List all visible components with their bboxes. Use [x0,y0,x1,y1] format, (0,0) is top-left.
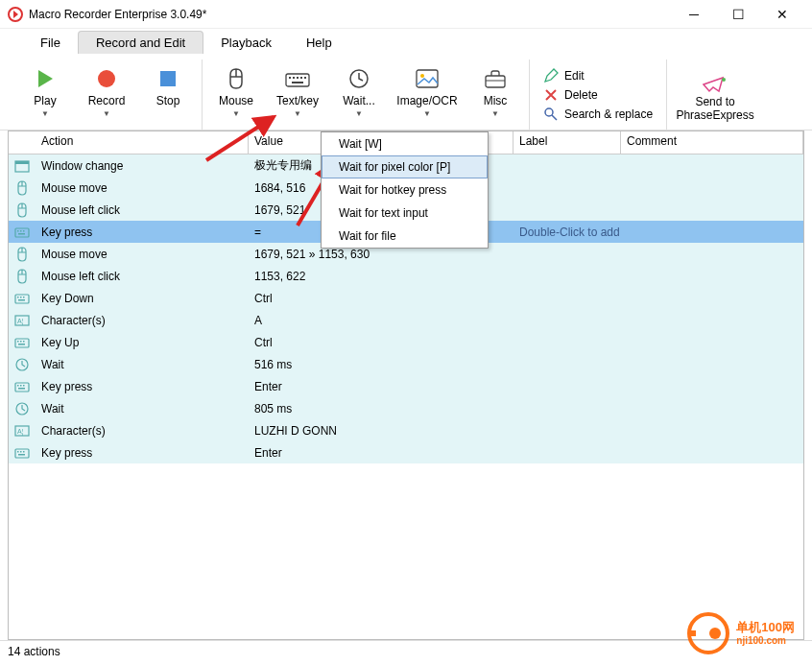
row-icon [9,247,36,262]
row-action: Key press [36,446,249,460]
edit-button[interactable]: Edit [543,68,653,83]
dropdown-wait-text[interactable]: Wait for text input [322,202,488,225]
svg-rect-46 [20,451,22,453]
image-icon [416,65,439,92]
dropdown-wait-pixel[interactable]: Wait for pixel color [P] [322,155,488,178]
svg-rect-53 [688,630,696,636]
menubar: File Record and Edit Playback Help [0,29,812,56]
svg-point-1 [98,70,115,87]
pencil-icon [543,68,559,83]
table-row[interactable]: Key pressEnter [9,441,803,463]
play-icon [35,65,56,92]
table-row[interactable]: Key UpCtrl [9,331,803,353]
mouse-button[interactable]: Mouse ▼ [210,59,262,130]
svg-rect-33 [23,341,25,343]
keyboard-icon [285,65,310,92]
svg-rect-8 [304,77,306,79]
menu-help[interactable]: Help [289,32,349,54]
table-row[interactable]: A¦Character(s)A [9,309,803,331]
row-action: Character(s) [36,314,249,327]
row-label: Double-Click to add [513,226,621,239]
row-value: Enter [249,446,513,460]
search-replace-button[interactable]: Search & replace [543,107,653,122]
table-row[interactable]: Mouse left click1153, 622 [9,265,803,287]
ribbon: Play ▼ Record ▼ Stop Mouse ▼ Text/key ▼ … [0,56,812,131]
svg-rect-39 [23,385,25,387]
mouse-icon [227,65,246,92]
minimize-button[interactable]: ─ [672,0,716,29]
misc-button[interactable]: Misc ▼ [469,59,521,130]
row-value: 1679, 521 » 1153, 630 [249,248,513,261]
row-action: Key Up [36,336,249,349]
record-icon [96,65,117,92]
svg-rect-44 [15,449,29,458]
row-action: Mouse left click [36,203,249,217]
delete-button[interactable]: Delete [543,87,653,103]
close-button[interactable]: ✕ [760,0,804,29]
stop-button[interactable]: Stop [142,59,194,130]
play-button[interactable]: Play ▼ [19,59,71,130]
table-row[interactable]: Wait516 ms [9,353,803,375]
svg-rect-36 [15,383,29,392]
svg-rect-38 [20,385,22,387]
row-value: 805 ms [249,402,513,416]
menu-playback[interactable]: Playback [203,32,289,54]
delete-icon [543,87,559,103]
menu-file[interactable]: File [23,32,78,54]
svg-rect-19 [17,230,19,232]
svg-rect-6 [297,77,299,79]
send-icon [702,74,728,95]
titlebar: Macro Recorder Enterprise 3.0.49* ─ ☐ ✕ [0,0,812,29]
svg-rect-4 [289,77,291,79]
record-button[interactable]: Record ▼ [81,59,132,130]
svg-rect-40 [18,388,25,390]
image-ocr-button[interactable]: Image/OCR ▼ [394,59,460,130]
svg-rect-9 [292,82,303,83]
svg-rect-22 [18,233,25,235]
table-row[interactable]: A¦Character(s)LUZHI D GONN [9,419,803,441]
svg-rect-25 [20,297,22,298]
row-value: Enter [249,380,513,393]
svg-rect-31 [17,341,19,343]
row-icon [9,445,36,461]
row-icon [9,269,36,284]
row-action: Mouse move [36,248,249,261]
table-row[interactable]: Wait805 ms [9,397,803,419]
column-label[interactable]: Label [513,131,621,154]
wait-dropdown: Wait [W] Wait for pixel color [P] Wait f… [321,131,489,249]
toolbox-icon [484,65,507,92]
window-controls: ─ ☐ ✕ [672,0,804,29]
row-action: Key press [36,226,249,239]
phrase-express-button[interactable]: Send to PhraseExpress [667,59,763,130]
svg-rect-17 [15,161,29,164]
svg-text:A¦: A¦ [17,318,24,325]
wait-button[interactable]: Wait... ▼ [333,59,385,130]
app-icon [8,7,23,22]
svg-rect-37 [17,385,19,387]
status-text: 14 actions [8,645,60,658]
dropdown-wait-hotkey[interactable]: Wait for hotkey press [322,178,488,202]
dropdown-wait-file[interactable]: Wait for file [322,225,488,248]
svg-text:A¦: A¦ [17,428,24,436]
dropdown-wait[interactable]: Wait [W] [322,132,488,155]
row-icon [9,225,36,240]
svg-point-52 [709,628,721,639]
column-comment[interactable]: Comment [621,131,803,154]
svg-rect-32 [20,341,22,343]
table-row[interactable]: Key pressEnter [9,375,803,397]
row-action: Key Down [36,292,249,305]
menu-record-edit[interactable]: Record and Edit [78,31,203,54]
svg-rect-24 [17,297,19,298]
svg-rect-13 [486,76,505,87]
textkey-button[interactable]: Text/key ▼ [272,59,323,130]
search-icon [543,107,559,122]
stop-icon [158,65,178,92]
svg-rect-48 [18,454,25,456]
table-row[interactable]: Key DownCtrl [9,287,803,309]
row-value: A [249,314,513,327]
maximize-button[interactable]: ☐ [716,0,760,29]
svg-rect-3 [286,74,309,86]
svg-point-14 [545,108,553,116]
column-action[interactable]: Action [36,131,249,154]
row-icon [9,379,36,394]
